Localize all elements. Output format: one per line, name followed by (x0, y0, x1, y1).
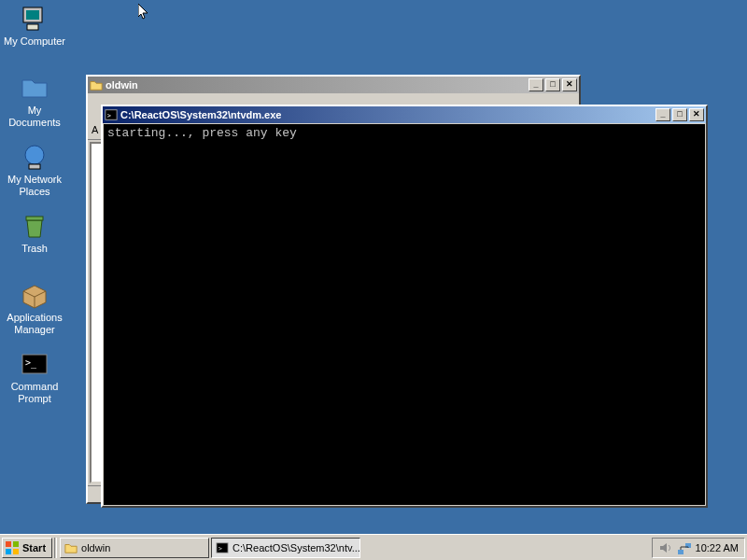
window-title: C:\ReactOS\System32\ntvdm.exe (120, 109, 654, 120)
svg-rect-5 (26, 217, 43, 220)
maximize-button[interactable]: □ (545, 78, 560, 91)
console-icon: > (105, 108, 118, 121)
svg-rect-16 (678, 550, 684, 554)
folder-icon (20, 73, 49, 103)
desktop-icon-my-network-places[interactable]: My Network Places (2, 142, 67, 198)
desktop-icon-command-prompt[interactable]: >_ Command Prompt (2, 349, 67, 405)
network-icon (20, 142, 49, 172)
folder-icon (64, 541, 78, 554)
svg-rect-12 (6, 549, 11, 554)
console-icon: > (216, 541, 229, 554)
package-icon (20, 280, 49, 310)
maximize-button[interactable]: □ (672, 108, 687, 121)
svg-rect-13 (13, 549, 19, 554)
taskbar-button-label: oldwin (81, 542, 110, 553)
taskbar-button-ntvdm[interactable]: > C:\ReactOS\System32\ntv... (211, 538, 360, 558)
taskbar-button-label: C:\ReactOS\System32\ntv... (233, 542, 360, 553)
icon-label: Command Prompt (2, 381, 67, 405)
start-label: Start (22, 542, 46, 553)
svg-rect-1 (26, 10, 39, 20)
start-logo-icon (5, 540, 20, 555)
taskbar-separator (54, 538, 57, 558)
svg-rect-11 (13, 541, 19, 547)
svg-rect-4 (29, 164, 40, 169)
icon-label: My Documents (2, 105, 67, 129)
system-tray: 10:22 AM (652, 538, 745, 558)
svg-rect-2 (27, 24, 38, 30)
terminal-icon: >_ (20, 349, 49, 379)
clock[interactable]: 10:22 AM (696, 542, 739, 553)
minimize-button[interactable]: _ (655, 108, 670, 121)
taskbar-button-oldwin[interactable]: oldwin (60, 538, 209, 558)
volume-icon[interactable] (658, 540, 673, 555)
icon-label: My Network Places (2, 174, 67, 198)
close-button[interactable]: ✕ (562, 78, 577, 91)
svg-point-3 (25, 146, 44, 164)
svg-rect-10 (6, 541, 11, 547)
start-button[interactable]: Start (2, 538, 52, 558)
icon-label: Trash (21, 243, 48, 255)
svg-text:>: > (107, 112, 111, 119)
computer-icon (20, 4, 49, 34)
desktop-icon-my-documents[interactable]: My Documents (2, 73, 67, 129)
icon-label: My Computer (4, 35, 65, 48)
trash-icon (20, 211, 49, 241)
svg-text:>_: >_ (25, 357, 37, 369)
console-titlebar[interactable]: > C:\ReactOS\System32\ntvdm.exe _ □ ✕ (103, 106, 706, 123)
window-title: oldwin (106, 79, 527, 91)
desktop-icon-my-computer[interactable]: My Computer (2, 4, 67, 48)
svg-text:>: > (218, 544, 222, 552)
folder-icon (90, 78, 103, 91)
desktop-icon-trash[interactable]: Trash (2, 211, 67, 255)
minimize-button[interactable]: _ (529, 78, 543, 91)
address-label: A (92, 124, 98, 135)
desktop-icon-applications-manager[interactable]: Applications Manager (2, 280, 67, 336)
desktop[interactable]: My Computer My Documents My Network Plac… (0, 0, 747, 534)
console-output[interactable]: starting..., press any key (104, 124, 705, 505)
network-tray-icon[interactable] (677, 540, 692, 555)
console-window[interactable]: > C:\ReactOS\System32\ntvdm.exe _ □ ✕ st… (101, 105, 708, 508)
icon-label: Applications Manager (2, 312, 67, 336)
taskbar: Start oldwin > C:\ReactOS\System32\ntv..… (0, 534, 747, 560)
close-button[interactable]: ✕ (689, 108, 704, 121)
explorer-titlebar[interactable]: oldwin _ □ ✕ (88, 77, 579, 93)
